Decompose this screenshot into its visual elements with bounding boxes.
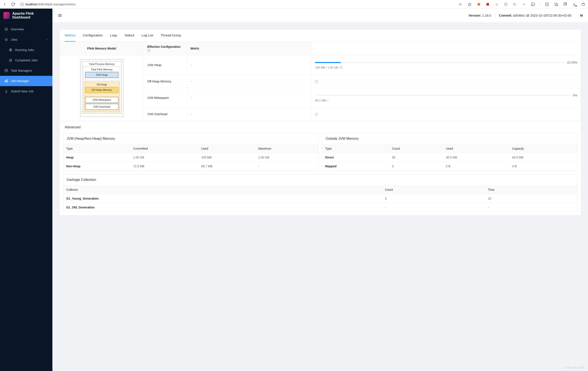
sidebar-item-label: Task Managers [11,69,32,72]
jvm-heap-pct: 10.29% [567,61,577,64]
check-circle-icon [9,58,12,62]
site-info-icon[interactable] [20,3,24,6]
jvm-metaspace-progress [315,95,571,96]
extension-c-icon[interactable]: C: [513,2,517,6]
tab-log-list[interactable]: Log List [142,30,153,41]
outside-jvm-memory-card: Outside JVM Memory Type Count Used Capac… [322,133,578,171]
gc-table: Collector Count Time G1_Young_Generation… [63,185,577,212]
version-label: Version: [469,14,481,17]
advanced-header: Advanced [60,121,581,133]
sidebar-item-label: Job Manager [11,79,29,83]
upload-icon [4,89,8,93]
sidebar-item-completed-jobs[interactable]: Completed Jobs [0,55,52,65]
row-jvm-heap-label: JVM Heap [147,63,161,67]
play-circle-icon [9,48,12,52]
topbar-info: Version: 1.18.0 | Commit: a5548cc @ 2023… [469,14,583,17]
svg-marker-3 [468,3,471,6]
split-screen-icon[interactable] [545,2,549,6]
schedule-icon [4,69,8,72]
info-icon[interactable]: i [315,113,318,116]
flink-logo-icon [3,12,10,19]
sidebar-item-label: Overview [11,28,24,31]
read-aloud-icon[interactable]: A» [458,2,463,6]
outside-jvm-title: Outside JVM Memory [322,133,577,144]
sidebar-item-overview[interactable]: Overview [0,24,52,34]
sidebar-item-jobs[interactable]: Jobs [0,34,52,45]
extension-scissors-icon[interactable]: ✂ [522,2,526,6]
back-icon[interactable] [3,2,7,6]
sidebar-item-label: Completed Jobs [15,59,38,62]
table-row: Heap 1.00 GB 105 MB 1.00 GB [63,153,318,162]
table-row: G1_Old_Generation - - [63,203,577,212]
tab-metrics[interactable]: Metrics [65,30,75,41]
memory-model-table: Flink Memory Model Effective Configurati… [60,42,581,121]
sidebar-item-running-jobs[interactable]: Running Jobs [0,45,52,55]
commit-label: Commit: [499,14,512,17]
collections-icon[interactable] [563,2,567,6]
menu-fold-icon[interactable] [58,13,62,18]
sidebar-header[interactable]: Apache Flink Dashboard [0,9,52,22]
sidebar-item-label: Running Jobs [15,48,34,52]
row-off-heap-label: Off-Heap Memory [147,80,171,83]
tab-stdout[interactable]: Stdout [125,30,134,41]
jvm-heap-progress [315,62,565,63]
sidebar-item-submit-new-job[interactable]: Submit New Job [0,86,52,96]
downloads-icon[interactable] [572,2,576,6]
build-icon [4,79,8,83]
svg-rect-23 [5,70,8,72]
svg-rect-25 [5,81,6,82]
tab-configuration[interactable]: Configuration [83,30,103,41]
svg-rect-4 [486,3,489,6]
row-jvm-metaspace-label: JVM Metaspace [147,96,169,100]
more-icon[interactable] [581,2,585,6]
dashboard-icon [4,27,8,31]
topbar: Version: 1.18.0 | Commit: a5548cc @ 2023… [52,9,588,22]
jvm-memory-table: Type Committed Used Maximum Heap 1.00 GB… [63,144,318,170]
favorite-icon[interactable] [467,2,472,6]
table-row: Non-Heap 72.9 MB 68.7 MB - [63,162,318,170]
sidebar: Apache Flink Dashboard Overview Jobs Run… [0,9,52,371]
gc-title: Garbage Collection [63,174,577,185]
browser-toolbar: localhost:8081/#/job-manager/metrics A» … [0,0,588,9]
svg-point-5 [504,3,507,6]
address-bar[interactable]: localhost:8081/#/job-manager/metrics [20,3,76,6]
extension-grey-icon[interactable]: ▦ [495,2,499,6]
commit-value: a5548cc @ 2023-10-18T22:09:35+02:00 [513,14,571,17]
chevron-up-icon [45,38,48,41]
url-path: :8081/#/job-manager/metrics [37,3,76,6]
sidebar-item-label: Submit New Job [11,90,34,93]
col-model: Flink Memory Model [60,42,144,55]
svg-rect-26 [6,80,7,82]
tab-thread-dump[interactable]: Thread Dump [161,30,181,41]
svg-marker-21 [10,49,11,50]
tab-logs[interactable]: Logs [110,30,117,41]
table-row: Mapped 0 0 B 0 B [322,162,577,170]
app-title: Apache Flink Dashboard [12,12,49,19]
col-effective: Effective Configuration i [144,42,187,55]
memory-diagram: Total Process Memory Total Flink Memory … [80,59,123,117]
sidebar-item-job-manager[interactable]: Job Manager [0,76,52,86]
info-icon[interactable]: i [147,49,150,52]
outside-jvm-table: Type Count Used Capacity Direct 30 40.5 … [322,144,577,170]
gc-card: Garbage Collection Collector Count Time … [63,174,578,212]
row-jvm-metaspace-eff: - [187,88,312,107]
svg-rect-15 [582,3,585,5]
diagram-jvm-metaspace: JVM Metaspace [85,97,118,103]
info-icon[interactable]: i [340,66,343,69]
jvm-heap-sub: 105 MB / 1.00 GB [315,66,338,69]
extensions-icon[interactable] [531,2,535,6]
diagram-jvm-heap: JVM Heap [85,72,118,78]
favorites-list-icon[interactable] [554,2,558,6]
sidebar-item-task-managers[interactable]: Task Managers [0,65,52,76]
diagram-jvm-overhead: JVM Overhead [85,104,118,110]
jvm-metaspace-sub: 50.1 MB / - [315,99,329,102]
row-jvm-overhead-eff: - [187,108,312,121]
extension-circle-icon[interactable] [504,2,508,6]
main-card: Metrics Configuration Logs Stdout Log Li… [59,29,581,216]
metamask-icon[interactable]: 🦊 [476,2,481,6]
info-icon[interactable]: i [315,80,318,83]
watermark: CSDN @爱上香菇 [565,366,584,369]
refresh-icon[interactable] [11,2,15,6]
url-host: localhost [25,3,37,6]
extension-red-icon[interactable] [486,2,490,6]
